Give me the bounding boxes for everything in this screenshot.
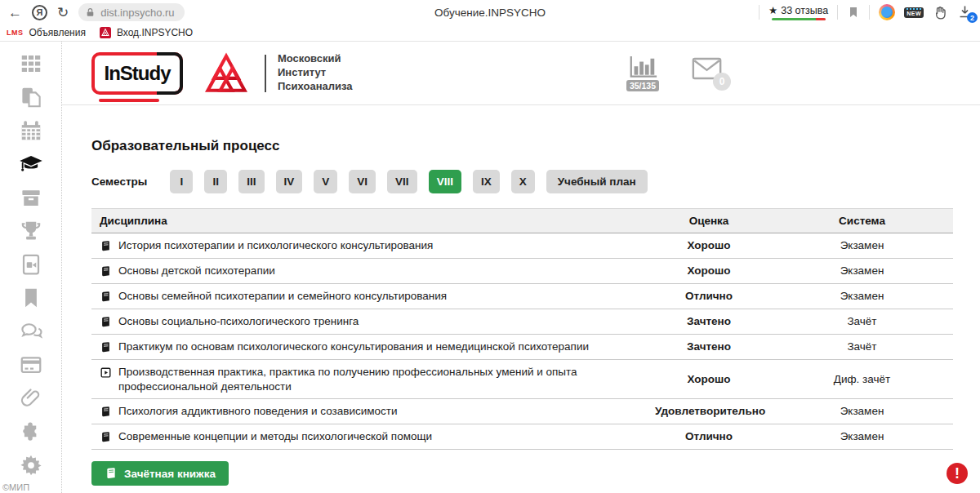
progress-badge: 35/135 xyxy=(626,80,659,91)
discipline-row[interactable]: Основы семейной психотерапии и семейного… xyxy=(91,284,953,309)
book-icon xyxy=(100,315,112,329)
lms-favicon: LMS xyxy=(7,29,24,37)
book-icon xyxy=(100,239,112,253)
sidebar-item-files[interactable] xyxy=(18,387,44,412)
discipline-row[interactable]: Психология аддиктивного поведения и соза… xyxy=(91,399,953,424)
semesters-label: Семестры xyxy=(91,175,147,188)
sidebar-item-calendar[interactable] xyxy=(18,119,44,144)
book-icon xyxy=(100,290,112,304)
sidebar-item-bookmarks[interactable] xyxy=(18,286,44,312)
bookmark-icon xyxy=(19,286,43,313)
bookmark-flag-icon[interactable] xyxy=(847,6,860,19)
rating-bar xyxy=(772,18,826,20)
discipline-row[interactable]: Практикум по основам психологического ко… xyxy=(91,335,953,360)
grid-icon xyxy=(19,51,43,79)
main-area: InStudy МосковскийИнститутПсихоанализа 3… xyxy=(62,42,980,493)
progress-widget[interactable]: 35/135 xyxy=(626,55,659,91)
semester-tab-X[interactable]: X xyxy=(511,170,535,193)
toolbar-right: ★ 33 отзыва NEW 2 xyxy=(759,0,973,24)
discipline-row[interactable]: Производственная практика, практика по п… xyxy=(91,360,953,399)
discipline-name: Психология аддиктивного поведения и соза… xyxy=(118,404,397,419)
lock-icon xyxy=(85,7,96,18)
book-icon xyxy=(105,467,118,480)
sidebar-item-dashboard[interactable] xyxy=(18,52,44,78)
grades-table-body: История психотерапии и психологического … xyxy=(91,233,953,450)
semester-tab-VI[interactable]: VI xyxy=(349,170,376,193)
new-extension-icon[interactable]: NEW xyxy=(904,7,924,18)
sidebar-item-archive[interactable] xyxy=(18,186,44,211)
discipline-row[interactable]: Основы социально-психологического тренин… xyxy=(91,309,953,335)
sidebar-item-video[interactable] xyxy=(18,253,44,278)
discipline-name: Основы семейной психотерапии и семейного… xyxy=(118,289,447,304)
bookmarks-bar: LMS Объявления Вход.INPSYCHO xyxy=(0,24,980,42)
footer-row: Зачётная книжка xyxy=(91,461,980,486)
book-icon xyxy=(100,264,112,278)
semester-tab-VIII[interactable]: VIII xyxy=(429,170,461,193)
sidebar-nav: ©МИП xyxy=(0,42,62,493)
bookmark-announcements[interactable]: Объявления xyxy=(29,27,86,38)
discipline-row[interactable]: Современные концепции и методы психологи… xyxy=(91,424,953,450)
gradebook-button[interactable]: Зачётная книжка xyxy=(91,461,229,486)
institute-name-line: Московский xyxy=(278,52,353,66)
video-icon xyxy=(100,366,112,380)
grades-table: Дисциплина Оценка Система История психот… xyxy=(91,208,953,450)
sidebar-item-settings[interactable] xyxy=(18,454,44,479)
chat-icon xyxy=(19,319,43,347)
logo-divider xyxy=(265,55,266,92)
institute-favicon xyxy=(100,27,111,38)
grade-value: Удовлетворительно xyxy=(647,399,771,424)
separator xyxy=(837,5,838,20)
semester-tab-VII[interactable]: VII xyxy=(387,170,417,193)
semester-buttons: IIIIIIIVVVIVIIVIIIIXX xyxy=(170,170,534,193)
discipline-row[interactable]: Основы детской психотерапииХорошоЭкзамен xyxy=(91,259,953,284)
discipline-name: Практикум по основам психологического ко… xyxy=(118,340,589,354)
download-badge: 2 xyxy=(967,12,978,23)
sidebar-item-documents[interactable] xyxy=(18,86,44,111)
mail-widget[interactable]: 0 xyxy=(692,57,722,83)
bookmark-login[interactable]: Вход.INPSYCHO xyxy=(117,27,193,38)
alert-icon[interactable]: ! xyxy=(947,463,968,484)
discipline-name: Основы детской психотерапии xyxy=(118,264,275,278)
back-icon[interactable]: ← xyxy=(8,6,22,20)
puzzle-icon xyxy=(19,420,43,447)
reviews-widget[interactable]: ★ 33 отзыва xyxy=(768,4,828,20)
downloads-button[interactable]: 2 xyxy=(957,4,973,20)
book-icon xyxy=(100,340,112,354)
study-plan-button[interactable]: Учебный план xyxy=(546,170,648,193)
header-stats: 35/135 0 xyxy=(626,55,722,91)
sidebar-item-messages[interactable] xyxy=(18,320,44,345)
address-bar[interactable]: dist.inpsycho.ru xyxy=(78,3,184,21)
semester-tab-III[interactable]: III xyxy=(238,170,264,193)
grade-value: Зачтено xyxy=(647,335,771,360)
archive-box-icon xyxy=(19,185,43,213)
system-value: Экзамен xyxy=(771,399,953,424)
page-header: InStudy МосковскийИнститутПсихоанализа 3… xyxy=(62,42,980,105)
card-icon xyxy=(19,353,43,380)
sidebar-item-payments[interactable] xyxy=(18,353,44,379)
page-title: Образовательный процесс xyxy=(91,138,980,154)
sidebar-item-awards[interactable] xyxy=(18,220,44,245)
extension-icon[interactable] xyxy=(879,4,895,20)
paperclip-icon xyxy=(19,386,43,414)
sidebar-item-modules[interactable] xyxy=(18,420,44,446)
semester-tab-IX[interactable]: IX xyxy=(473,170,500,193)
browser-logo-icon[interactable]: Я xyxy=(32,5,47,20)
refresh-icon[interactable]: ↻ xyxy=(57,6,69,20)
semester-tab-I[interactable]: I xyxy=(170,170,193,193)
semester-tab-V[interactable]: V xyxy=(314,170,337,193)
discipline-row[interactable]: История психотерапии и психологического … xyxy=(91,233,953,259)
institute-name-line: Психоанализа xyxy=(278,80,353,94)
col-header-grade: Оценка xyxy=(647,209,771,233)
discipline-name: Современные концепции и методы психологи… xyxy=(118,429,432,444)
col-header-discipline: Дисциплина xyxy=(91,209,647,233)
system-value: Экзамен xyxy=(771,424,953,450)
instudy-logo[interactable]: InStudy xyxy=(91,52,183,95)
calendar-icon xyxy=(19,118,43,146)
semester-tab-II[interactable]: II xyxy=(204,170,227,193)
semester-tab-IV[interactable]: IV xyxy=(276,170,303,193)
institute-logo-icon[interactable] xyxy=(204,52,248,95)
sidebar-item-education[interactable] xyxy=(18,153,44,178)
hand-icon[interactable] xyxy=(933,5,948,20)
col-header-system: Система xyxy=(771,209,953,233)
browser-toolbar: ← Я ↻ dist.inpsycho.ru Обучение.INPSYCHO… xyxy=(0,0,980,24)
